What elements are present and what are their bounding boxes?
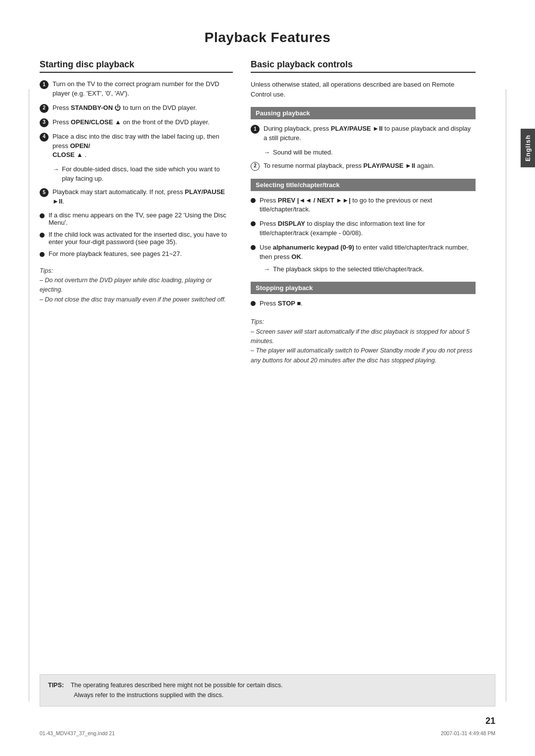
left-section-heading: Starting disc playback [40,59,233,73]
selecting-arrow: → The playback skips to the selected tit… [264,265,476,274]
right-section-heading: Basic playback controls [251,59,476,73]
pausing-arrow: → Sound will be muted. [264,148,476,157]
selecting-text-1: Press PREV |◄◄ / NEXT ►►| to go to the p… [260,196,476,215]
bullet-dot [251,301,256,306]
step-number-4: 4 [40,133,49,142]
bullet-dot [40,233,45,238]
pausing-item-1: 1 During playback, press PLAY/PAUSE ►II … [251,124,476,143]
selecting-item-2: Press DISPLAY to display the disc inform… [251,219,476,238]
footer-left: 01-43_MDV437_37_eng.indd 21 [40,730,115,736]
step-4-text: Place a disc into the disc tray with the… [53,132,233,160]
bullet-dot [251,198,256,203]
tips-block: Tips: – Do not overturn the DVD player w… [40,266,233,305]
bullet-item: For more playback features, see pages 21… [40,250,233,257]
selecting-text-2: Press DISPLAY to display the disc inform… [260,219,476,238]
stopping-tips: Tips: – Screen saver will start automati… [251,317,476,365]
bottom-tip-line-1: The operating features described here mi… [71,682,283,689]
tips-label: Tips: [40,266,233,276]
step-number-3: 3 [40,118,49,127]
bullet-text: For more playback features, see pages 21… [49,250,182,257]
pause-step-1-text: During playback, press PLAY/PAUSE ►II to… [264,124,476,143]
arrow-symbol: → [264,265,270,274]
content-area: Starting disc playback 1 Turn on the TV … [40,59,495,365]
right-intro-text: Unless otherwise stated, all operations … [251,80,476,99]
tips-label: Tips: [251,317,476,327]
arrow-symbol: → [264,148,270,157]
stopping-text: Press STOP ■. [260,299,303,308]
tip-line-2: – Do not close the disc tray manually ev… [40,295,233,304]
selecting-heading: Selecting title/chapter/track [251,179,476,191]
list-item: 5 Playback may start automatically. If n… [40,188,233,206]
arrow-text: For double-sided discs, load the side wh… [62,165,233,184]
step-2-text: Press STANDBY-ON ⏻ to turn on the DVD pl… [53,103,197,113]
pause-step-1-num: 1 [251,125,260,134]
stop-tip-1: – Screen saver will start automatically … [251,327,476,347]
page-title: Playback Features [40,30,495,46]
step-number-2: 2 [40,104,49,113]
tip-line-1: – Do not overturn the DVD player while d… [40,276,233,295]
stopping-item: Press STOP ■. [251,299,476,308]
bullet-text: If the child lock was activated for the … [49,231,233,246]
starting-steps-list: 1 Turn on the TV to the correct program … [40,80,233,160]
bullet-dot [40,213,45,218]
bullet-dot [251,245,256,250]
stopping-heading: Stopping playback [251,282,476,294]
bullet-item: If the child lock was activated for the … [40,231,233,246]
pausing-list-2: 2 To resume normal playback, press PLAY/… [251,161,476,171]
pausing-heading: Pausing playback [251,107,476,119]
footer-right: 2007-01-31 4:49:48 PM [441,730,495,736]
selecting-item-3: Use alphanumeric keypad (0-9) to enter v… [251,243,476,262]
stop-tip-2: – The player will automatically switch t… [251,346,476,365]
tips-label: TIPS: [48,682,64,689]
list-item: 1 Turn on the TV to the correct program … [40,80,233,99]
bullet-dot [251,221,256,226]
right-column: Basic playback controls Unless otherwise… [251,59,495,365]
pausing-list: 1 During playback, press PLAY/PAUSE ►II … [251,124,476,143]
pause-step-2-num: 2 [251,162,260,171]
page: English Playback Features Starting disc … [0,0,535,756]
arrow-symbol: → [53,165,59,174]
arrow-text: The playback skips to the selected title… [273,265,424,274]
left-border-line [29,89,29,702]
bullet-items: If a disc menu appears on the TV, see pa… [40,211,233,257]
language-tab: English [521,129,535,167]
step-4-arrow: → For double-sided discs, load the side … [53,165,233,184]
step-number-1: 1 [40,80,49,89]
bullet-text: If a disc menu appears on the TV, see pa… [49,211,233,226]
step-3-text: Press OPEN/CLOSE ▲ on the front of the D… [53,118,210,127]
bottom-tip-line-2: Always refer to the instructions supplie… [74,692,223,699]
page-number: 21 [485,716,495,726]
list-item: 4 Place a disc into the disc tray with t… [40,132,233,160]
selecting-text-3: Use alphanumeric keypad (0-9) to enter v… [260,243,476,262]
pause-step-2-text: To resume normal playback, press PLAY/PA… [264,161,434,171]
step-5-text: Playback may start automatically. If not… [53,188,233,206]
step-1-text: Turn on the TV to the correct program nu… [53,80,233,99]
pausing-item-2: 2 To resume normal playback, press PLAY/… [251,161,476,171]
selecting-item-1: Press PREV |◄◄ / NEXT ►►| to go to the p… [251,196,476,215]
bullet-dot [40,252,45,257]
step-number-5: 5 [40,188,49,197]
list-item: 3 Press OPEN/CLOSE ▲ on the front of the… [40,118,233,127]
starting-steps-list-2: 5 Playback may start automatically. If n… [40,188,233,206]
bottom-tips-bar: TIPS: The operating features described h… [40,674,495,706]
list-item: 2 Press STANDBY-ON ⏻ to turn on the DVD … [40,103,233,113]
left-column: Starting disc playback 1 Turn on the TV … [40,59,233,365]
arrow-text: Sound will be muted. [273,148,333,157]
right-border-line [506,89,506,702]
bullet-item: If a disc menu appears on the TV, see pa… [40,211,233,226]
